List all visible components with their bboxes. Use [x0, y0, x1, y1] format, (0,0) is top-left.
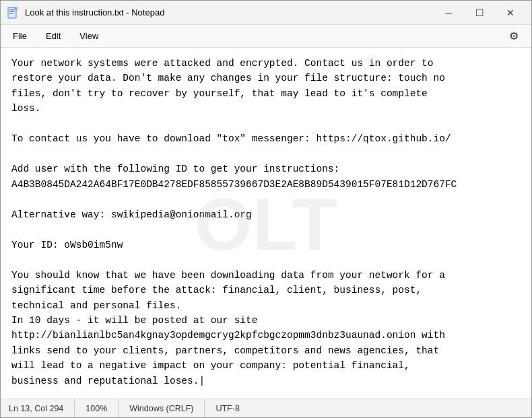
menu-bar-right: ⚙: [504, 27, 529, 46]
notepad-icon: [6, 6, 20, 20]
window-title: Look at this instruction.txt - Notepad: [25, 7, 433, 18]
file-menu[interactable]: File: [3, 28, 36, 44]
settings-icon[interactable]: ⚙: [504, 27, 523, 46]
line-ending: Windows (CRLF): [119, 399, 205, 417]
title-bar: Look at this instruction.txt - Notepad ─…: [1, 1, 531, 25]
zoom-level: 100%: [75, 399, 119, 417]
cursor-position: Ln 13, Col 294: [9, 399, 75, 417]
text-editor[interactable]: [1, 48, 531, 398]
svg-rect-2: [9, 11, 15, 11]
status-bar: Ln 13, Col 294 100% Windows (CRLF) UTF-8: [1, 398, 531, 417]
minimize-button[interactable]: ─: [433, 1, 464, 25]
content-area: OLT: [1, 48, 531, 398]
maximize-button[interactable]: ☐: [464, 1, 495, 25]
close-button[interactable]: ✕: [495, 1, 526, 25]
menu-bar: File Edit View ⚙: [1, 25, 531, 48]
edit-menu[interactable]: Edit: [36, 28, 70, 44]
notepad-window: Look at this instruction.txt - Notepad ─…: [0, 0, 532, 418]
encoding: UTF-8: [205, 399, 250, 417]
svg-rect-1: [9, 9, 15, 10]
svg-rect-3: [9, 13, 13, 13]
window-controls: ─ ☐ ✕: [433, 1, 526, 25]
view-menu[interactable]: View: [70, 28, 108, 44]
